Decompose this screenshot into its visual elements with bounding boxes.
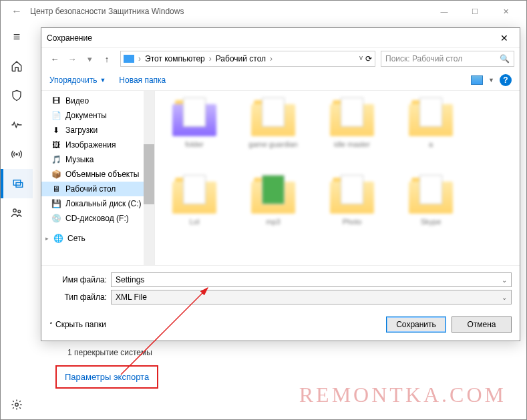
breadcrumb-pc[interactable]: Этот компьютер <box>145 54 205 63</box>
nav-back-button[interactable]: ← <box>47 51 63 67</box>
folder-item[interactable]: Photo <box>315 175 389 248</box>
tree-item-3dobjects[interactable]: 📦Объемные объекты <box>41 167 154 182</box>
defender-sidebar: ≡ <box>1 22 33 419</box>
chevron-down-icon[interactable]: ▼ <box>488 77 494 83</box>
home-icon[interactable] <box>1 51 33 81</box>
pictures-icon: 🖼 <box>51 140 61 150</box>
video-icon: 🎞 <box>51 96 61 106</box>
cube-icon: 📦 <box>51 170 61 179</box>
folder-item[interactable]: folder <box>158 97 231 171</box>
export-params-link[interactable]: Параметры экспорта <box>55 365 158 389</box>
network-icon: 🌐 <box>53 234 63 243</box>
family-icon[interactable] <box>1 198 33 228</box>
dialog-titlebar: Сохранение ✕ <box>41 28 520 48</box>
close-button[interactable]: ✕ <box>490 1 521 22</box>
filename-input[interactable]: Settings ⌄ <box>111 272 512 287</box>
downloads-icon: ⬇ <box>51 126 61 135</box>
svg-point-5 <box>15 403 19 407</box>
tree-item-video[interactable]: 🎞Видео <box>41 93 154 108</box>
filename-label: Имя файла: <box>49 275 107 284</box>
back-button[interactable]: ← <box>6 5 27 17</box>
folder-item[interactable]: mp3 <box>236 175 310 248</box>
folder-tree[interactable]: 🎞Видео 📄Документы ⬇Загрузки 🖼Изображения… <box>41 91 155 265</box>
files-pane[interactable]: folder game guardian idle master a Lol m… <box>155 91 520 265</box>
overlay-count-text: 1 перекрытие системы <box>67 348 152 357</box>
app-control-icon[interactable] <box>1 169 33 198</box>
chevron-up-icon: ˄ <box>49 321 53 329</box>
scrollbar-thumb[interactable] <box>144 144 154 204</box>
tree-item-pictures[interactable]: 🖼Изображения <box>41 138 154 152</box>
desktop-icon: 🖥 <box>51 184 61 194</box>
chevron-down-icon[interactable]: ⌄ <box>502 294 507 301</box>
tree-item-downloads[interactable]: ⬇Загрузки <box>41 123 154 138</box>
cd-icon: 💿 <box>51 214 61 223</box>
save-button[interactable]: Сохранить <box>386 317 446 333</box>
cancel-button[interactable]: Отмена <box>452 317 512 333</box>
folder-item[interactable]: idle master <box>315 97 389 171</box>
nav-up-button[interactable]: ↑ <box>99 51 115 67</box>
maximize-button[interactable]: ☐ <box>460 1 490 22</box>
menu-icon[interactable]: ≡ <box>1 22 33 51</box>
save-dialog: Сохранение ✕ ← → ▾ ↑ › Этот компьютер › … <box>41 27 520 341</box>
breadcrumb-folder[interactable]: Рабочий стол <box>216 54 266 63</box>
search-placeholder: Поиск: Рабочий стол <box>385 54 462 63</box>
documents-icon: 📄 <box>51 111 61 120</box>
tree-item-cddrive[interactable]: 💿CD-дисковод (F:) <box>41 211 154 226</box>
folder-item[interactable]: game guardian <box>236 97 310 171</box>
breadcrumb-dropdown-icon[interactable]: v <box>359 54 363 63</box>
nav-history-button[interactable]: ▾ <box>81 51 98 67</box>
new-folder-button[interactable]: Новая папка <box>119 75 166 85</box>
view-mode-button[interactable] <box>471 75 483 85</box>
main-title: Центр безопасности Защитника Windows <box>27 7 429 16</box>
chevron-right-icon: ▸ <box>45 235 49 242</box>
watermark: REMONTKA.COM <box>299 383 506 407</box>
hide-folders-button[interactable]: ˄ Скрыть папки <box>49 320 106 329</box>
refresh-icon[interactable]: ⟳ <box>365 54 372 63</box>
tree-item-localdisk[interactable]: 💾Локальный диск (C:) <box>41 196 154 211</box>
svg-point-4 <box>18 210 21 213</box>
shield-icon[interactable] <box>1 81 33 110</box>
filetype-select[interactable]: XML File ⌄ <box>111 290 512 304</box>
drive-icon: 💾 <box>51 199 61 208</box>
nav-forward-button[interactable]: → <box>64 51 80 67</box>
chevron-down-icon[interactable]: ⌄ <box>502 276 507 284</box>
folder-item[interactable]: a <box>394 97 468 171</box>
tree-item-documents[interactable]: 📄Документы <box>41 108 154 123</box>
music-icon: 🎵 <box>51 155 61 164</box>
scrollbar[interactable] <box>144 91 154 265</box>
settings-icon[interactable] <box>1 390 33 419</box>
chevron-right-icon: › <box>209 54 212 63</box>
svg-point-3 <box>13 209 17 212</box>
folder-item[interactable]: Skype <box>394 175 468 248</box>
minimize-button[interactable]: — <box>429 1 460 22</box>
chevron-right-icon: › <box>138 54 141 63</box>
dialog-close-button[interactable]: ✕ <box>494 33 514 43</box>
help-icon[interactable]: ? <box>500 74 512 86</box>
svg-point-0 <box>16 154 17 155</box>
search-icon: 🔍 <box>500 54 510 63</box>
main-titlebar: ← Центр безопасности Защитника Windows —… <box>1 1 526 22</box>
filetype-label: Тип файла: <box>49 292 107 302</box>
dialog-title: Сохранение <box>47 33 494 43</box>
chevron-right-icon: › <box>270 54 273 63</box>
antenna-icon[interactable] <box>1 140 33 169</box>
tree-item-network[interactable]: ▸🌐Сеть <box>41 231 154 246</box>
heart-icon[interactable] <box>1 110 33 140</box>
folder-item[interactable]: Lol <box>158 175 231 248</box>
tree-item-music[interactable]: 🎵Музыка <box>41 152 154 167</box>
search-input[interactable]: Поиск: Рабочий стол 🔍 <box>381 51 514 67</box>
tree-item-desktop[interactable]: 🖥Рабочий стол <box>41 182 154 196</box>
chevron-down-icon: ▼ <box>100 77 106 83</box>
breadcrumb[interactable]: › Этот компьютер › Рабочий стол › v ⟳ <box>120 51 375 67</box>
pc-icon <box>124 55 134 63</box>
organize-button[interactable]: Упорядочить ▼ <box>49 75 106 85</box>
